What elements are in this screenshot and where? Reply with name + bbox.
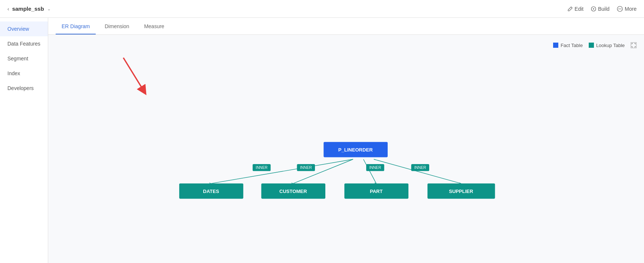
more-label: More [625,6,637,12]
svg-point-2 [618,9,619,9]
er-diagram-svg: P_LINEORDER INNER INNER INNER INNER DATE… [48,35,644,263]
sidebar: Overview Data Features Segment Index Dev… [0,18,48,263]
edit-icon [568,6,573,11]
svg-text:INNER: INNER [300,166,312,170]
build-button[interactable]: Build [591,6,610,12]
main-layout: Overview Data Features Segment Index Dev… [0,18,644,263]
tab-dimension[interactable]: Dimension [99,19,135,34]
svg-text:INNER: INNER [256,166,267,170]
sidebar-item-data-features[interactable]: Data Features [0,36,48,51]
svg-text:SUPPLIER: SUPPLIER [449,189,473,194]
sidebar-item-developers[interactable]: Developers [0,81,48,96]
title-caret-icon[interactable]: ⌄ [47,6,51,11]
build-icon [591,6,596,11]
svg-line-6 [293,159,353,183]
svg-text:INNER: INNER [369,166,381,170]
diagram-area: Fact Table Lookup Table [48,35,644,263]
back-button[interactable]: ‹ [7,6,9,12]
svg-text:CUSTOMER: CUSTOMER [279,189,307,194]
svg-point-3 [620,9,620,9]
svg-line-7 [364,159,377,183]
edit-button[interactable]: Edit [568,6,584,12]
content-area: ER Diagram Dimension Measure Fact Table … [48,18,644,263]
svg-point-4 [621,9,621,9]
svg-text:INNER: INNER [414,166,426,170]
build-label: Build [598,6,610,12]
svg-line-5 [211,159,353,183]
more-icon [617,6,623,12]
topbar-left: ‹ sample_ssb ⌄ [7,6,51,12]
svg-text:PART: PART [370,189,383,194]
sidebar-item-index[interactable]: Index [0,66,48,81]
topbar-actions: Edit Build More [568,6,637,12]
svg-text:DATES: DATES [203,189,219,194]
svg-text:P_LINEORDER: P_LINEORDER [338,147,373,153]
more-button[interactable]: More [617,6,637,12]
app-title: sample_ssb [12,6,44,12]
sidebar-item-overview[interactable]: Overview [0,21,48,36]
topbar: ‹ sample_ssb ⌄ Edit Build More [0,0,644,18]
sidebar-item-segment[interactable]: Segment [0,51,48,66]
svg-line-8 [374,159,461,183]
tab-er-diagram[interactable]: ER Diagram [56,19,96,34]
tabs-bar: ER Diagram Dimension Measure [48,18,644,35]
tab-measure[interactable]: Measure [138,19,170,34]
edit-label: Edit [575,6,584,12]
